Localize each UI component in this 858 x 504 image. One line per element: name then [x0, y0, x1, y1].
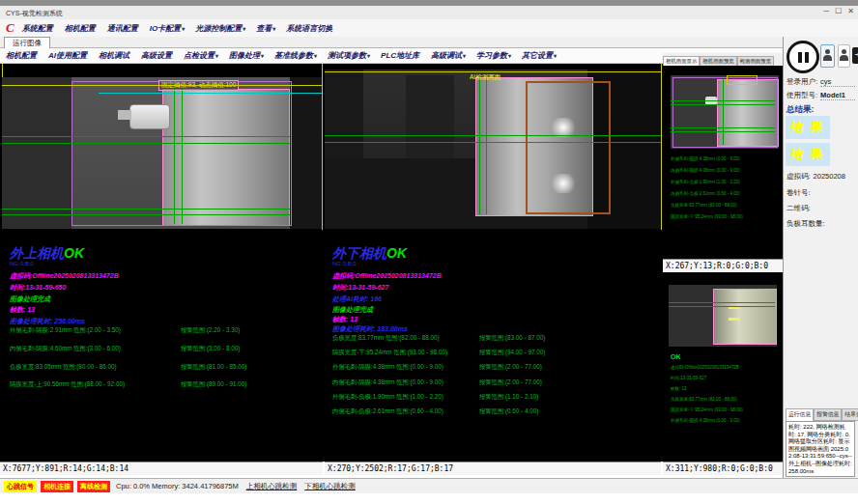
preview-bottom-image[interactable]	[669, 285, 777, 347]
run-log-text[interactable]: 耗时: 222, 网络检测耗时: 17, 网络分类耗时: 0, 网络提取分区耗时…	[786, 421, 855, 477]
ai-detection-box	[526, 81, 611, 214]
toolbar-item[interactable]: 图像处理▾	[229, 50, 264, 61]
menu-item[interactable]: IO卡配置▾	[150, 23, 185, 34]
preview-tab-strip: 相机画面显示 相机画面预览 检测画面预览	[663, 53, 783, 66]
process-done: 图像处理完成	[332, 305, 373, 315]
pause-button[interactable]	[786, 41, 819, 73]
frame-count: 帧数: 13	[10, 305, 35, 315]
preview-tab[interactable]: 相机画面预览	[700, 56, 736, 66]
toolbar-item[interactable]: 基准线参数▾	[274, 50, 317, 61]
middle-camera-panel: AI检测画面 外下相机OK NG:0;B:0 虚拟码:Offline202502…	[325, 64, 661, 462]
status-bar: 心跳信号 相机连接 离线检测 Cpu: 0.0% Memory: 3424.41…	[0, 478, 858, 493]
toolbar-item[interactable]: 相机调试	[99, 50, 130, 61]
menu-item[interactable]: 相机配置	[65, 23, 97, 34]
lower-camera-heartbeat-link[interactable]: 下相机心跳检测	[304, 482, 356, 491]
virtual-code: 虚拟码:Offline2025020813313472B	[10, 271, 119, 281]
middle-camera-image[interactable]: AI检测画面	[325, 70, 661, 229]
window-title: CYS-视觉检测系统	[6, 9, 63, 18]
minimize-button[interactable]: ─	[823, 7, 829, 15]
toolbar-item[interactable]: 学习参数▾	[476, 50, 511, 61]
menu-items: 系统配置相机配置通讯配置IO卡配置▾光源控制配置▾查看▾系统语言切换	[22, 23, 334, 34]
menu-item[interactable]: 系统语言切换	[286, 23, 333, 34]
toolbar-item[interactable]: PLC地址库	[381, 50, 420, 61]
info-tab-result[interactable]: 结果信息	[842, 408, 858, 421]
window-controls: ─ ☐ ✕	[823, 7, 854, 15]
result-box-2: 结 果	[786, 143, 830, 166]
user-icon	[825, 49, 830, 54]
toolbar-item[interactable]: 其它设置▾	[522, 50, 557, 61]
exit-button[interactable]: ➜	[849, 42, 858, 68]
preview-tab[interactable]: 相机画面显示	[663, 56, 700, 66]
measure-line	[2, 143, 290, 144]
toolbar-item[interactable]: 高级调试▾	[431, 50, 466, 61]
measurement-row: 负极宽度:83.77mm 范围:(82.00 - 88.00) 报警范围:(83…	[332, 334, 545, 349]
separator-roller-region	[713, 289, 777, 345]
light-flare	[549, 174, 578, 193]
left-camera-image[interactable]: 固定阈值:93, 动态阈值:100	[2, 77, 322, 229]
tab-strip: 运行图像	[0, 37, 858, 48]
menu-item[interactable]: 通讯配置	[107, 23, 139, 34]
mini-measure-line: 负极宽度:83.77mm (82.00 - 88.00)	[671, 203, 743, 214]
offline-mode-badge: 离线检测	[77, 481, 110, 492]
mini-measure-line: 隔膜宽度-下:95.24mm (93.00 - 98.00)	[671, 214, 743, 226]
login-user-value[interactable]: cys	[820, 77, 855, 87]
measure-line	[486, 77, 487, 214]
model-value[interactable]: Model1	[820, 91, 855, 100]
clamp-arm	[118, 110, 131, 120]
measurement-row: 内侧毛刺-隔膜:4.38mm 范围:(0.00 - 9.00) 报警范围:(2.…	[332, 378, 545, 393]
measurement-value: 隔膜宽度-上:90.56mm 范围:(88.00 - 92.00)	[10, 380, 181, 389]
mini-measure-line: 外侧毛刺-负极:1.90mm (1.00 - 2.20)	[671, 180, 743, 191]
title-bar: CYS-视觉检测系统 ─ ☐ ✕	[0, 6, 858, 19]
user-login-button[interactable]	[820, 44, 835, 68]
measurement-row: 外侧毛刺-隔膜:2.91mm 范围:(2.00 - 3.50) 报警范围:(2.…	[10, 326, 246, 345]
toolbar-item[interactable]: 相机配置	[6, 50, 38, 61]
tab-count-label: 负极耳数量:	[786, 219, 825, 228]
upper-camera-heartbeat-link[interactable]: 上相机心跳检测	[246, 482, 298, 491]
pin-number-label: 卷针号:	[786, 188, 811, 197]
guide-line	[325, 71, 661, 72]
info-tab-run[interactable]: 运行信息	[786, 408, 814, 421]
maximize-button[interactable]: ☐	[835, 7, 842, 15]
measure-line	[2, 136, 290, 137]
tab-run-image[interactable]: 运行图像	[4, 37, 50, 48]
measurement-row: 内侧毛刺-隔膜:4.60mm 范围:(3.00 - 6.00) 报警范围:(3.…	[10, 345, 246, 363]
machine-frame	[325, 70, 363, 158]
menu-item[interactable]: 系统配置	[22, 23, 54, 34]
mini-measure-line: 内侧毛刺-负极:2.61mm (0.60 - 4.00)	[671, 191, 743, 203]
preview-top-image[interactable]	[671, 75, 779, 149]
capture-time: 时间:13-31-59-650	[10, 283, 66, 293]
preview-tab[interactable]: 检测画面预览	[737, 56, 774, 66]
info-tab-alarm[interactable]: 报警信息	[814, 408, 842, 421]
close-button[interactable]: ✕	[847, 7, 854, 15]
machine-frame	[406, 75, 454, 158]
heartbeat-badge: 心跳信号	[4, 481, 37, 492]
toolbar-item[interactable]: AI使用配置	[48, 50, 88, 61]
measurement-value: 负极宽度:83.05mm 范围:(80.00 - 86.00)	[10, 363, 181, 372]
alarm-range: 报警范围:(81.00 - 85.00)	[181, 363, 246, 372]
menu-item[interactable]: 查看▾	[256, 23, 275, 34]
menu-bar: C 系统配置相机配置通讯配置IO卡配置▾光源控制配置▾查看▾系统语言切换	[0, 19, 858, 37]
pin-number-row: 卷针号:	[786, 188, 811, 198]
login-user-row: 登录用户:cys	[786, 77, 855, 87]
measure-line	[174, 89, 175, 224]
ai-cost: 处理AI耗时: 166	[332, 294, 382, 304]
measurement-value: 外侧毛刺-隔膜:2.91mm 范围:(2.00 - 3.50)	[10, 326, 181, 335]
guide-line	[322, 64, 323, 230]
measure-line	[325, 135, 661, 136]
toolbar-item[interactable]: 测试项参数▾	[328, 50, 370, 61]
capture-time: 时间:13-31-59-627	[332, 283, 388, 293]
qr-code-row: 二维码:	[786, 204, 811, 213]
preview-ok-status: OK	[671, 353, 681, 360]
alarm-range: 报警范围:(83.00 - 87.00)	[479, 334, 545, 343]
tab-highlight	[729, 318, 740, 321]
menu-item[interactable]: 光源控制配置▾	[195, 23, 245, 34]
guide-line	[2, 85, 322, 86]
measure-line	[669, 302, 775, 303]
cpu-memory-readout: Cpu: 0.0% Memory: 3424.41796875M	[116, 482, 239, 490]
measurement-value: 内侧毛刺-隔膜:4.60mm 范围:(3.00 - 6.00)	[10, 345, 181, 353]
toolbar-item[interactable]: 高级设置	[141, 50, 173, 61]
user-icon	[842, 49, 846, 54]
alarm-range: 报警范围:(1.10 - 2.10)	[479, 393, 538, 402]
ng-counter: NG:0;B:0	[332, 261, 357, 266]
toolbar-item[interactable]: 点检设置▾	[184, 50, 218, 61]
